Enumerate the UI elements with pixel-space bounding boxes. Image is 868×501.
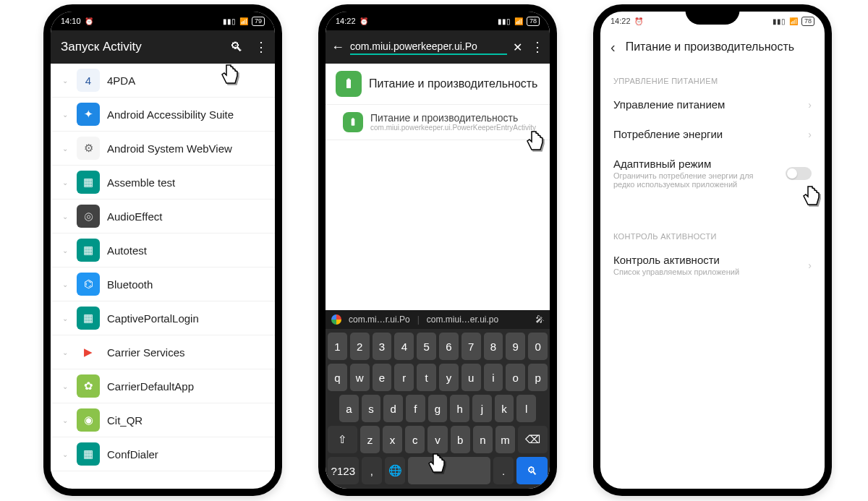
list-item[interactable]: ⌄ ▶ Carrier Services xyxy=(51,335,275,369)
keyboard[interactable]: com.mi…r.ui.Po | com.miui…er.ui.po 🎤︎ 12… xyxy=(326,310,550,489)
wifi-icon: 📶 xyxy=(789,17,798,25)
key[interactable]: y xyxy=(439,364,459,391)
chevron-down-icon: ⌄ xyxy=(62,247,69,254)
list-item[interactable]: ⌄ 4 4PDA xyxy=(51,64,275,98)
back-icon[interactable]: ← xyxy=(331,40,344,55)
clear-icon[interactable]: ✕ xyxy=(513,40,522,54)
key-numbers[interactable]: ?123 xyxy=(328,457,359,484)
list-item[interactable]: ⌄ ▦ Autotest xyxy=(51,234,275,267)
key[interactable]: 6 xyxy=(439,333,459,360)
app-icon: ◉ xyxy=(77,408,100,432)
key[interactable]: o xyxy=(506,364,525,391)
search-icon[interactable]: 🔍︎ xyxy=(230,40,243,55)
mic-icon[interactable]: 🎤︎ xyxy=(535,314,544,325)
key[interactable]: m xyxy=(495,426,515,453)
overflow-icon[interactable]: ⋮ xyxy=(255,39,268,55)
key[interactable]: 8 xyxy=(484,333,503,360)
key[interactable]: x xyxy=(383,426,402,453)
list-item[interactable]: ⌄ ✦ Android Accessibility Suite xyxy=(51,98,275,132)
key[interactable]: 7 xyxy=(461,333,481,360)
app-list[interactable]: ⌄ 4 4PDA⌄ ✦ Android Accessibility Suite⌄… xyxy=(51,64,275,471)
settings-header: ‹ Питание и производительность xyxy=(600,30,825,64)
activity-label: Питание и производительность xyxy=(370,112,536,124)
key[interactable]: d xyxy=(383,395,403,422)
key[interactable]: v xyxy=(427,426,447,453)
key[interactable]: n xyxy=(473,426,493,453)
key[interactable]: u xyxy=(461,364,481,391)
row-adaptive-mode[interactable]: Адаптивный режим Ограничить потребление … xyxy=(600,149,825,197)
key-search[interactable]: 🔍︎ xyxy=(516,457,548,484)
section-label: КОНТРОЛЬ АКТИВНОСТИ xyxy=(600,219,825,245)
app-icon: 4 xyxy=(77,69,100,92)
list-item[interactable]: ⌄ ◉ Cit_QR xyxy=(51,403,275,437)
app-label: CaptivePortalLogin xyxy=(107,312,199,325)
list-item[interactable]: ⌄ ◎ AudioEffect xyxy=(51,200,275,234)
result-parent[interactable]: Питание и производительность xyxy=(326,64,550,105)
list-item[interactable]: ⌄ ▦ Assemble test xyxy=(51,166,275,200)
key[interactable]: p xyxy=(528,364,548,391)
key-shift[interactable]: ⇧ xyxy=(328,426,357,453)
search-input[interactable]: com.miui.powerkeeper.ui.Po xyxy=(350,39,507,55)
key[interactable]: 5 xyxy=(417,333,436,360)
chevron-down-icon: ⌄ xyxy=(62,145,69,153)
key[interactable]: k xyxy=(495,395,514,422)
key[interactable]: j xyxy=(472,395,492,422)
app-icon: ◎ xyxy=(77,205,100,228)
chevron-right-icon: › xyxy=(808,129,812,140)
key[interactable]: f xyxy=(406,395,425,422)
key[interactable]: e xyxy=(373,364,392,391)
key[interactable]: h xyxy=(450,395,469,422)
alarm-icon: ⏰ xyxy=(634,17,643,25)
app-icon: ▦ xyxy=(77,239,100,262)
toggle-adaptive[interactable] xyxy=(786,167,812,180)
key-comma[interactable]: , xyxy=(362,457,382,484)
result-activity[interactable]: Питание и производительность com.miui.po… xyxy=(326,105,550,140)
key[interactable]: 2 xyxy=(350,333,370,360)
key-space[interactable] xyxy=(408,457,490,484)
list-item[interactable]: ⌄ ▦ ConfDialer xyxy=(51,437,275,471)
list-item[interactable]: ⌄ ✿ CarrierDefaultApp xyxy=(51,369,275,403)
app-icon: ✿ xyxy=(77,374,100,398)
key[interactable]: g xyxy=(428,395,448,422)
key[interactable]: t xyxy=(417,364,436,391)
battery-icon: 78 xyxy=(801,17,814,26)
key[interactable]: 9 xyxy=(506,333,525,360)
app-icon: ▦ xyxy=(77,171,100,194)
key[interactable]: 0 xyxy=(528,333,548,360)
app-label: AudioEffect xyxy=(107,210,162,223)
chevron-down-icon: ⌄ xyxy=(62,416,69,424)
key[interactable]: 3 xyxy=(373,333,392,360)
overflow-icon[interactable]: ⋮ xyxy=(531,39,544,55)
status-time: 14:22 xyxy=(336,17,356,25)
key[interactable]: a xyxy=(339,395,359,422)
suggestion[interactable]: com.mi…r.ui.Po xyxy=(349,314,410,325)
key[interactable]: z xyxy=(360,426,380,453)
list-item[interactable]: ⌄ ⚙ Android System WebView xyxy=(51,132,275,166)
key[interactable]: q xyxy=(328,364,347,391)
key[interactable]: s xyxy=(362,395,381,422)
row-power-management[interactable]: Управление питанием › xyxy=(600,90,825,119)
key-period[interactable]: . xyxy=(493,457,514,484)
wifi-icon: 📶 xyxy=(514,17,523,25)
key[interactable]: l xyxy=(516,395,536,422)
key[interactable]: w xyxy=(350,364,370,391)
key[interactable]: r xyxy=(394,364,414,391)
row-power-consumption[interactable]: Потребление энергии › xyxy=(600,119,825,149)
key-backspace[interactable]: ⌫ xyxy=(518,426,548,453)
key[interactable]: 1 xyxy=(328,333,347,360)
suggestion[interactable]: com.miui…er.ui.po xyxy=(427,314,498,325)
row-activity-control[interactable]: Контроль активности Список управляемых п… xyxy=(600,245,825,285)
list-item[interactable]: ⌄ ▦ CaptivePortalLogin xyxy=(51,301,275,335)
chevron-down-icon: ⌄ xyxy=(62,348,69,356)
battery-icon: 78 xyxy=(527,17,540,26)
app-icon: ✦ xyxy=(77,103,100,126)
key-language[interactable]: 🌐 xyxy=(385,457,405,484)
list-item[interactable]: ⌄ ⌬ Bluetooth xyxy=(51,267,275,301)
svg-rect-3 xyxy=(352,118,354,119)
key[interactable]: 4 xyxy=(394,333,414,360)
section-label: УПРАВЛЕНИЕ ПИТАНИЕМ xyxy=(600,64,825,90)
key[interactable]: b xyxy=(451,426,470,453)
back-icon[interactable]: ‹ xyxy=(610,39,616,56)
key[interactable]: i xyxy=(484,364,503,391)
key[interactable]: c xyxy=(405,426,425,453)
